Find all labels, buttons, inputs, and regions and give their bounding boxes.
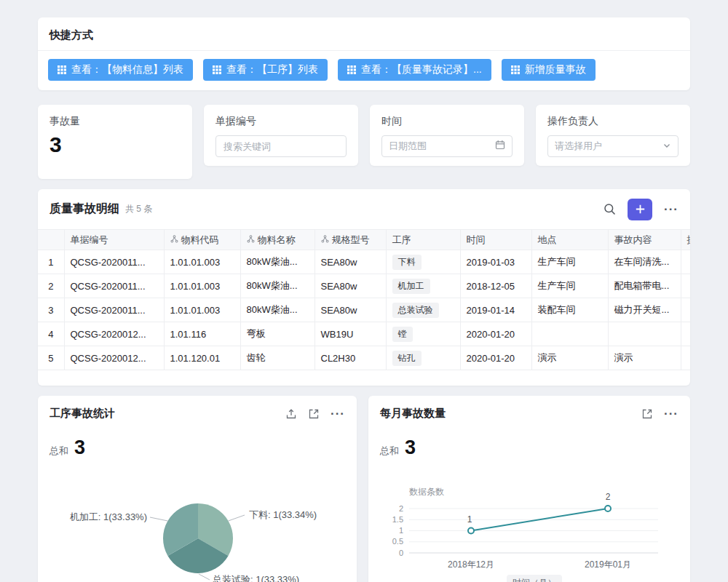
cell-time: 2020-01-20 [460,322,531,346]
pie-leader-line [229,515,245,521]
pie-label-zongzhuangshiyan: 总装试验: 1(33.33%) [212,574,299,582]
cell-name: 80kW柴油... [240,298,314,322]
table-row[interactable]: 4 QCSG-2020012... 1.01.116 弯板 WB19U 镗 20… [38,322,690,346]
doc-number-label: 单据编号 [215,115,347,128]
operator-filter-label: 操作负责人 [547,115,678,128]
cell-code: 1.01.01.003 [164,274,240,298]
calendar-icon [495,140,505,153]
avatar [690,349,691,367]
y-tick: 0.5 [392,537,403,546]
expand-icon[interactable] [308,408,320,420]
x-tick-jan2019: 2019年01月 [585,559,631,570]
table-row[interactable]: 2 QCSG-2020011... 1.01.01.003 80kW柴油... … [38,274,690,298]
search-icon[interactable] [604,203,616,215]
cell-process: 机加工 [386,274,460,298]
y-tick: 2 [399,504,403,513]
incident-table: 单据编号 物料代码 物料名称 规格型号 工序 时间 地点 事故内容 操作负责人 … [38,229,690,370]
doc-number-search-input[interactable] [215,135,347,157]
cell-code: 1.01.116 [164,322,240,346]
cell-operator [681,250,690,274]
cell-process: 总装试验 [386,298,460,322]
expand-icon[interactable] [641,408,653,420]
pie-total-value: 3 [74,438,85,458]
col-spec-model[interactable]: 规格型号 [314,230,386,250]
table-row[interactable]: 3 QCSG-2020011... 1.01.01.003 80kW柴油... … [38,298,690,322]
table-header-bar: 质量事故明细 共 5 条 ··· [38,189,690,229]
cell-name: 齿轮 [240,346,314,370]
add-record-button[interactable] [628,199,652,220]
cell-doc: QCSG-2020012... [64,346,164,370]
doc-number-filter-card: 单据编号 [204,105,358,166]
x-axis-title: 时间（月） [513,578,556,582]
col-doc-number[interactable]: 单据编号 [64,230,164,250]
x-axis-title-chip [507,575,562,582]
col-time[interactable]: 时间 [460,230,531,250]
pie-label-xialiao: 下料: 1(33.34%) [249,509,317,520]
operator-select[interactable]: 请选择用户 [547,135,678,157]
cell-code: 1.01.120.01 [164,346,240,370]
process-stats-chart-card: 工序事故统计 ··· 总和 3 下料: 1(33.34%) 机加工: 1(33.… [38,396,357,582]
more-menu-icon[interactable]: ··· [664,203,678,215]
cell-place: 生产车间 [531,250,608,274]
col-process[interactable]: 工序 [386,230,460,250]
grid-icon [347,65,356,74]
cell-spec: SEA80w [314,298,386,322]
table-row[interactable]: 5 QCSG-2020012... 1.01.120.01 齿轮 CL2H30 … [38,346,690,370]
process-tag: 镗 [392,327,413,342]
button-label: 查看：【质量事故记录】... [361,63,482,76]
shortcut-view-process-list-button[interactable]: 查看：【工序】列表 [203,59,328,81]
cell-spec: CL2H30 [314,346,386,370]
point-label: 2 [606,492,611,502]
process-tag: 钻孔 [392,351,422,366]
col-content[interactable]: 事故内容 [608,230,681,250]
y-tick: 1.5 [392,515,403,524]
col-operator[interactable]: 操作负责人 [681,230,690,250]
button-label: 新增质量事故 [525,63,586,76]
shortcut-view-material-list-button[interactable]: 查看：【物料信息】列表 [48,59,193,81]
more-menu-icon[interactable]: ··· [664,407,678,420]
incident-count-card: 事故量 3 [38,105,192,179]
cell-process: 下料 [386,250,460,274]
grid-icon [213,65,221,74]
shortcut-view-quality-records-button[interactable]: 查看：【质量事故记录】... [338,59,491,81]
more-menu-icon[interactable]: ··· [331,407,345,420]
cell-process: 镗 [386,322,460,346]
cell-time: 2019-01-03 [460,250,531,274]
table-row[interactable]: 1 QCSG-2020011... 1.01.01.003 80kW柴油... … [38,250,690,274]
line-series [471,509,608,531]
cell-time: 2019-01-14 [460,298,531,322]
cell-content: 磁力开关短... [608,298,681,322]
line-chart-title: 每月事故数量 [380,407,446,420]
lookup-field-icon [170,234,178,245]
col-label: 物料名称 [258,234,296,247]
data-point-dec2018[interactable] [468,528,474,534]
process-tag: 机加工 [392,279,430,294]
pie-label-jijiagong: 机加工: 1(33.33%) [70,511,147,522]
col-index [38,230,64,250]
col-material-code[interactable]: 物料代码 [164,230,240,250]
col-label: 物料代码 [181,234,219,247]
process-tag: 总装试验 [392,303,439,318]
cell-place: 生产车间 [531,274,608,298]
cell-content: 配电箱带电... [608,274,681,298]
line-total-value: 3 [405,438,416,458]
date-range-placeholder: 日期范围 [389,140,427,153]
col-label: 规格型号 [332,234,370,247]
export-icon[interactable] [285,408,297,420]
cell-spec: SEA80w [314,274,386,298]
process-pie-chart: 下料: 1(33.34%) 机加工: 1(33.33%) 总装试验: 1(33.… [38,396,357,582]
time-filter-card: 时间 日期范围 [370,105,524,166]
incident-count-value: 3 [50,134,181,156]
col-material-name[interactable]: 物料名称 [240,230,314,250]
pie-leader-line [150,517,167,521]
col-place[interactable]: 地点 [531,230,608,250]
cell-doc: QCSG-2020011... [64,250,164,274]
cell-operator [681,322,690,346]
cell-spec: SEA80w [314,250,386,274]
date-range-picker[interactable]: 日期范围 [381,135,513,157]
shortcut-add-quality-incident-button[interactable]: 新增质量事故 [502,59,596,81]
incident-count-label: 事故量 [50,115,181,128]
data-point-jan2019[interactable] [605,506,611,511]
cell-content: 在车间清洗... [608,250,681,274]
avatar [690,277,691,295]
